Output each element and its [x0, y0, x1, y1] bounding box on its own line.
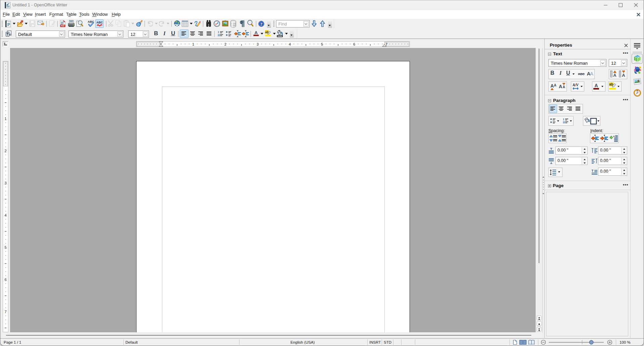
svg-text:I: I	[218, 31, 219, 34]
svg-text:A: A	[255, 31, 258, 35]
svg-text:2: 2	[224, 42, 226, 46]
svg-text:1: 1	[4, 117, 6, 121]
svg-text:A: A	[594, 83, 598, 88]
svg-text:7: 7	[385, 42, 387, 46]
svg-text:A: A	[622, 73, 625, 78]
svg-text:II: II	[218, 34, 220, 37]
svg-text:A: A	[613, 73, 616, 78]
svg-text:PDF: PDF	[61, 25, 65, 27]
svg-text:1: 1	[192, 42, 194, 46]
svg-text:6: 6	[4, 278, 6, 282]
svg-text:3: 3	[4, 181, 6, 185]
svg-text:II: II	[563, 121, 565, 124]
svg-text:2: 2	[4, 149, 6, 153]
svg-text:3: 3	[257, 42, 259, 46]
svg-text:4: 4	[289, 42, 291, 46]
svg-text:N: N	[637, 90, 638, 92]
svg-text:7: 7	[4, 310, 6, 314]
svg-text:5: 5	[4, 245, 6, 249]
svg-text:?: ?	[260, 21, 263, 26]
svg-text:ABC: ABC	[97, 21, 103, 24]
svg-text:A: A	[590, 71, 594, 76]
svg-text:4: 4	[4, 213, 6, 217]
svg-text:6: 6	[353, 42, 355, 46]
svg-text:A: A	[562, 85, 565, 89]
svg-text:A: A	[550, 83, 554, 89]
svg-text:I: I	[563, 118, 564, 121]
svg-text:A: A	[554, 83, 556, 87]
svg-text:A: A	[559, 84, 562, 89]
svg-text:5: 5	[321, 42, 323, 46]
